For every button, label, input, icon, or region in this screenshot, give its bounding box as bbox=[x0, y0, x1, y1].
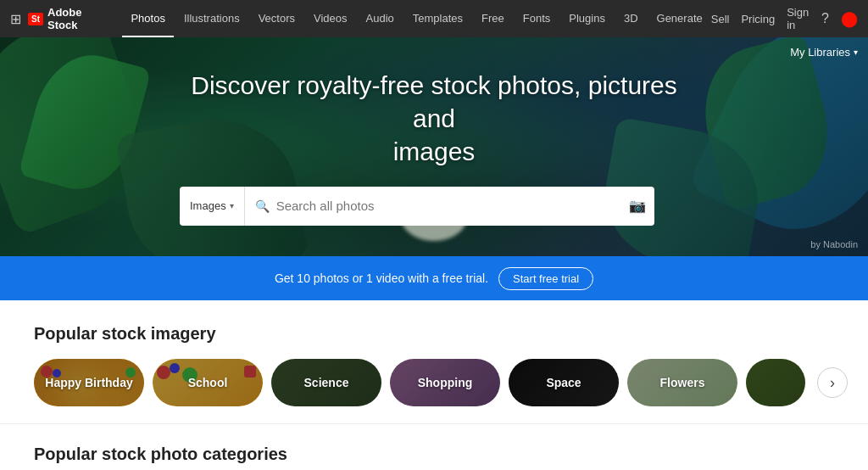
popular-section: Popular stock imagery Happy Birthday Sch… bbox=[0, 300, 868, 423]
chip-label-flowers: Flowers bbox=[660, 376, 705, 389]
popular-section-title: Popular stock imagery bbox=[34, 324, 834, 344]
chips-next-button[interactable]: › bbox=[817, 367, 848, 398]
category-chips-row: Happy Birthday School Science Shopping bbox=[34, 359, 834, 406]
nav-link-videos[interactable]: Videos bbox=[305, 0, 356, 37]
nav-link-free[interactable]: Free bbox=[473, 0, 513, 37]
chip-science[interactable]: Science bbox=[271, 359, 381, 406]
nav-sell[interactable]: Sell bbox=[711, 13, 730, 25]
chip-label-space: Space bbox=[546, 376, 581, 389]
nav-link-plugins[interactable]: Plugins bbox=[560, 0, 614, 37]
nav-link-audio[interactable]: Audio bbox=[358, 0, 403, 37]
search-icon: 🔍 bbox=[255, 199, 270, 213]
search-input-wrapper: 🔍 bbox=[245, 187, 620, 226]
nav-links: Photos Illustrations Vectors Videos Audi… bbox=[122, 0, 710, 37]
nav-signin[interactable]: Sign in bbox=[787, 6, 810, 31]
chip-flowers[interactable]: Flowers bbox=[627, 359, 737, 406]
start-free-trial-button[interactable]: Start free trial bbox=[498, 267, 593, 290]
nav-link-templates[interactable]: Templates bbox=[404, 0, 471, 37]
nav-pricing[interactable]: Pricing bbox=[741, 13, 775, 25]
chip-label-birthday: Happy Birthday bbox=[45, 376, 132, 389]
chevron-down-icon: ▾ bbox=[230, 201, 234, 210]
adobe-icon: ⬤ bbox=[841, 9, 858, 28]
search-type-label: Images bbox=[190, 199, 226, 212]
nav-link-generate[interactable]: Generate bbox=[648, 0, 711, 37]
hero-section: My Libraries ▾ Discover royalty-free sto… bbox=[0, 37, 868, 256]
nav-link-3d[interactable]: 3D bbox=[615, 0, 647, 37]
chevron-down-icon: ▾ bbox=[854, 48, 858, 57]
categories-section: Popular stock photo categories bbox=[0, 423, 868, 470]
hero-content: Discover royalty-free stock photos, pict… bbox=[180, 69, 688, 226]
help-icon[interactable]: ? bbox=[821, 11, 829, 26]
logo-box: St bbox=[28, 13, 43, 25]
nav-link-illustrations[interactable]: Illustrations bbox=[175, 0, 248, 37]
chip-label-school: School bbox=[188, 376, 228, 389]
promo-banner: Get 10 photos or 1 video with a free tri… bbox=[0, 256, 868, 300]
navbar: ⊞ St Adobe Stock Photos Illustrations Ve… bbox=[0, 0, 868, 37]
my-libraries-button[interactable]: My Libraries ▾ bbox=[790, 46, 858, 59]
nav-link-vectors[interactable]: Vectors bbox=[250, 0, 303, 37]
chip-school[interactable]: School bbox=[153, 359, 263, 406]
hero-title: Discover royalty-free stock photos, pict… bbox=[180, 69, 688, 168]
grid-icon[interactable]: ⊞ bbox=[10, 11, 21, 27]
nav-link-fonts[interactable]: Fonts bbox=[515, 0, 559, 37]
search-input[interactable] bbox=[276, 199, 610, 213]
hero-search-bar: Images ▾ 🔍 📷 bbox=[180, 187, 654, 226]
nav-link-photos[interactable]: Photos bbox=[122, 0, 173, 37]
chip-shopping[interactable]: Shopping bbox=[390, 359, 500, 406]
hero-photo-credit: by Nabodin bbox=[810, 239, 858, 249]
logo[interactable]: St Adobe Stock bbox=[28, 6, 108, 31]
chip-overlay bbox=[746, 359, 805, 406]
categories-section-title: Popular stock photo categories bbox=[34, 445, 834, 464]
chip-partial[interactable] bbox=[746, 359, 805, 406]
chip-happy-birthday[interactable]: Happy Birthday bbox=[34, 359, 144, 406]
chip-label-shopping: Shopping bbox=[418, 376, 473, 389]
logo-text: Adobe Stock bbox=[47, 6, 108, 31]
camera-search-icon[interactable]: 📷 bbox=[620, 198, 654, 214]
chevron-right-icon: › bbox=[830, 374, 835, 392]
chip-space[interactable]: Space bbox=[509, 359, 619, 406]
my-libraries-label: My Libraries bbox=[790, 46, 850, 59]
chip-label-science: Science bbox=[304, 376, 349, 389]
promo-text: Get 10 photos or 1 video with a free tri… bbox=[275, 271, 488, 285]
nav-right: Sell Pricing Sign in ? ⬤ bbox=[711, 6, 858, 31]
search-type-dropdown[interactable]: Images ▾ bbox=[180, 187, 245, 226]
